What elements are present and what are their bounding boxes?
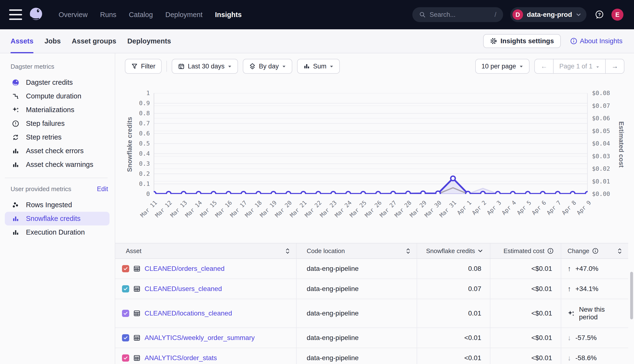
table-row: CLEANED/orders_cleaneddata-eng-pipeline0… [115,259,628,279]
asset-checkbox[interactable] [122,285,129,292]
asset-link[interactable]: ANALYTICS/weekly_order_summary [144,334,255,342]
code-location-cell: data-eng-pipeline [296,328,417,348]
change-value: New this period [579,306,618,321]
tab-assets[interactable]: Assets [10,29,34,53]
change-value: -58.6% [576,354,597,362]
table-row: CLEANED/users_cleaneddata-eng-pipeline0.… [115,279,628,299]
column-header-asset[interactable]: Asset [115,244,296,258]
column-label: Code location [307,247,345,255]
arrow-down-icon: ↓ [568,334,571,342]
asset-cell: CLEANED/locations_cleaned [115,299,296,328]
user-avatar[interactable]: E [612,9,624,21]
tab-deployments[interactable]: Deployments [127,29,171,53]
asset-cell: CLEANED/users_cleaned [115,279,296,299]
sidebar-item-step-retries[interactable]: Step retries [10,130,110,144]
asset-checkbox[interactable] [122,334,129,342]
tab-asset-groups[interactable]: Asset groups [72,29,116,53]
sort-icon[interactable] [406,248,410,254]
nav-item-deployment[interactable]: Deployment [166,11,203,19]
sidebar-item-label: Asset check warnings [26,161,93,168]
page-scrollbar-thumb[interactable] [630,272,633,319]
table-row: CLEANED/locations_cleaneddata-eng-pipeli… [115,299,628,328]
asset-checkbox[interactable] [122,310,129,317]
sidebar-item-execution-duration[interactable]: Execution Duration [10,226,110,239]
deployment-switcher[interactable]: D data-eng-prod [510,7,586,22]
table-header-row: AssetCode locationSnowflake creditsEstim… [115,243,628,259]
asset-link[interactable]: ANALYTICS/order_stats [144,354,217,362]
info-icon[interactable] [592,248,598,254]
asset-link[interactable]: CLEANED/users_cleaned [144,285,222,293]
column-header-change[interactable]: Change [561,244,628,258]
help-button[interactable]: ? [594,10,604,20]
column-label: Estimated cost [503,247,544,255]
sidebar-section-title: Dagster metrics [10,63,108,70]
hamburger-menu-button[interactable] [9,9,22,20]
column-header-code-location[interactable]: Code location [296,244,417,258]
change-cell: ↑+34.1% [561,279,628,299]
sidebar-item-label: Asset check errors [26,147,84,155]
about-insights-link[interactable]: About Insights [570,37,622,45]
snowflake-credits-cell: <0.01 [417,328,490,348]
change-cell: New this period [561,299,628,328]
retry-icon [12,133,20,142]
dagster-logo[interactable] [28,6,45,23]
metrics-line-chart: Snowflake credits Estimated cost 00.10.2… [115,53,634,231]
top-nav: OverviewRunsCatalogDeploymentInsights Se… [0,0,634,29]
sidebar-item-snowflake-credits[interactable]: Snowflake credits [5,212,110,226]
sort-icon[interactable] [285,248,290,254]
edit-metrics-link[interactable]: Edit [97,185,108,193]
deployment-badge: D [512,9,523,20]
sidebar-item-compute-duration[interactable]: Compute duration [10,89,110,103]
right-axis-tick: $0.04 [592,140,610,147]
left-axis-tick: 1 [121,90,150,97]
nav-item-catalog[interactable]: Catalog [129,11,153,19]
nav-item-runs[interactable]: Runs [100,11,116,19]
nav-item-insights[interactable]: Insights [215,11,242,19]
asset-link[interactable]: CLEANED/locations_cleaned [144,310,232,317]
primary-nav: OverviewRunsCatalogDeploymentInsights [58,11,242,19]
section-title-label: Dagster metrics [10,63,54,70]
metrics-sidebar: Dagster metricsDagster creditsCompute du… [0,53,115,364]
sidebar-section-title: User provided metricsEdit [10,185,108,193]
sidebar-item-label: Execution Duration [26,228,85,236]
dagster-icon [12,78,20,87]
column-header-snowflake-credits[interactable]: Snowflake credits [417,244,490,258]
sidebar-item-step-failures[interactable]: Step failures [10,117,110,130]
sidebar-item-asset-check-errors[interactable]: Asset check errors [10,144,110,158]
sort-icon[interactable] [618,248,622,254]
sidebar-item-materializations[interactable]: Materializations [10,103,110,117]
arrow-up-icon: ↑ [568,285,571,293]
info-icon[interactable] [547,248,554,254]
asset-cell: ANALYTICS/weekly_order_summary [115,328,296,348]
column-header-estimated-cost[interactable]: Estimated cost [490,244,561,258]
left-axis-tick: 0.3 [121,160,150,167]
arrow-up-icon: ↑ [568,264,571,273]
asset-checkbox[interactable] [122,354,129,362]
snowflake-credits-cell: 0.08 [417,259,490,278]
asset-link[interactable]: CLEANED/orders_cleaned [144,265,224,272]
insights-settings-button[interactable]: Insights settings [483,34,560,48]
chart-plot-area[interactable] [154,93,588,194]
sidebar-item-label: Dagster credits [26,78,73,86]
chevron-down-icon[interactable] [478,249,483,252]
nav-item-overview[interactable]: Overview [58,11,88,19]
change-cell: ↓-58.6% [561,348,628,364]
sparkle-icon [568,310,575,317]
sidebar-item-dagster-credits[interactable]: Dagster credits [10,76,110,89]
search-icon [419,11,426,18]
sidebar-item-label: Step failures [26,120,64,128]
insights-tabs: AssetsJobsAsset groupsDeployments [10,29,182,53]
sidebar-item-rows-ingested[interactable]: Rows Ingested [10,198,110,212]
gear-icon [490,38,497,45]
sidebar-item-asset-check-warnings[interactable]: Asset check warnings [10,158,110,172]
left-axis-tick: 0.2 [121,170,150,178]
snowflake-credits-cell: <0.01 [417,348,490,364]
sidebar-item-label: Snowflake credits [26,215,80,222]
tab-jobs[interactable]: Jobs [44,29,61,53]
estimated-cost-cell: <$0.01 [490,299,561,328]
table-asset-icon [133,354,140,362]
asset-checkbox[interactable] [122,265,129,272]
right-axis-title: Estimated cost [618,113,625,176]
left-axis-tick: 0.6 [121,130,150,137]
search-input[interactable]: Search... / [412,7,503,22]
